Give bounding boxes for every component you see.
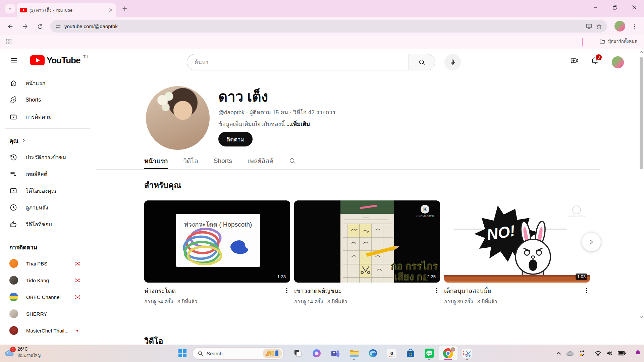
site-settings-icon[interactable] [55,23,61,29]
url-text[interactable]: youtube.com/@daoptbk [64,23,582,29]
video-thumbnail[interactable]: KINEMASTER NO! [444,200,590,283]
all-bookmarks-button[interactable]: บุ๊กมาร์กทั้งหมด [599,38,637,45]
sync-update-icon[interactable] [578,350,586,357]
subscription-masterchef[interactable]: MasterChef Thail... [0,322,96,339]
video-menu-kebab-icon[interactable] [283,287,290,294]
sidebar-item-shorts[interactable]: Shorts [0,92,96,108]
new-tab-button[interactable] [121,5,129,13]
notification-bell-icon[interactable] [635,350,641,357]
snipping-tool-button[interactable] [458,346,476,360]
amazon-button[interactable]: a [382,346,401,360]
live-icon [75,278,80,283]
description-text: ข้อมูลเพิ่มเติมเกียวกับช่องนี้ [218,121,286,127]
address-bar[interactable]: youtube.com/@daoptbk [50,20,607,33]
tab-search-chevron-icon[interactable] [5,4,15,13]
bookmark-star-icon[interactable] [596,23,602,30]
sidebar-item-you[interactable]: คุณ [0,132,96,149]
browser-menu-kebab-icon[interactable] [629,21,639,32]
channel-search-icon[interactable] [289,157,296,165]
search-input[interactable] [187,54,409,70]
page-scrollbar[interactable] [639,49,644,321]
search-button[interactable] [409,54,435,70]
all-bookmarks-label: บุ๊กมาร์กทั้งหมด [608,38,637,45]
sidebar-item-liked-videos[interactable]: วิดีโอที่ชอบ [0,216,96,233]
video-title[interactable]: เด็กอนุบาลสอบมั้ย [444,287,583,295]
volume-icon[interactable] [606,350,613,357]
subscription-tido-kang[interactable]: Tido Kang [0,272,96,289]
restore-button[interactable] [605,0,625,15]
video-title[interactable]: เขาวงกตพยัญชนะ [294,287,433,295]
onedrive-icon[interactable] [566,350,574,356]
sidebar-item-label: เพลย์ลิสต์ [25,170,47,178]
create-video-icon[interactable] [570,56,579,65]
teams-button[interactable]: T [326,346,345,360]
sidebar-item-playlists[interactable]: เพลย์ลิสต์ [0,166,96,182]
video-title[interactable]: ห่วงกระโดด [144,287,283,295]
tab-close-icon[interactable] [109,8,113,12]
weather-widget[interactable]: 1 26°C มีเมฆส่วนใหญ่ [4,346,41,358]
browser-tab-strip: (3) ดาว เต็ง - YouTube [0,0,644,17]
tab-shorts[interactable]: Shorts [214,153,232,169]
video-menu-kebab-icon[interactable] [433,287,440,294]
scroll-down-icon[interactable] [639,315,643,319]
scrollbar-thumb[interactable] [640,57,643,169]
video-thumbnail[interactable]: K KINEMASTER กอ กรรไกร เสียง กอ 2:25 [294,200,440,283]
taskbar-search[interactable]: Search [193,347,284,360]
sidebar-item-watch-later[interactable]: ดูภายหลัง [0,199,96,216]
reload-button[interactable] [35,21,45,32]
sidebar-item-subscriptions[interactable]: การติดตาม [0,108,96,125]
video-menu-kebab-icon[interactable] [583,287,590,294]
youtube-play-icon [30,55,45,65]
more-link[interactable]: ...เพิ่มเติม [286,121,310,127]
battery-icon[interactable] [618,351,626,356]
close-window-button[interactable] [625,0,644,15]
file-explorer-button[interactable] [345,346,364,360]
tab-home[interactable]: หน้าแรก [144,153,168,169]
notification-count-badge: 3 [596,54,602,60]
line-button[interactable]: LINE [420,346,439,360]
subscription-sherry[interactable]: SHERRY [0,305,96,322]
apps-grid-icon[interactable] [5,38,12,45]
user-avatar[interactable] [612,56,624,68]
search-highlight-image[interactable] [263,349,282,358]
browser-tab[interactable]: (3) ดาว เต็ง - YouTube [17,3,116,17]
subscription-obec-channel[interactable]: OBEC Channel [0,289,96,305]
video-thumbnail[interactable]: ห่วงกระโดด ( Hopscoth) 1:28 [144,200,290,283]
running-indicator [353,359,355,360]
browser-profile-avatar[interactable] [614,21,625,32]
channel-profile-avatar [146,86,210,150]
carousel-next-button[interactable] [582,233,601,251]
youtube-header: YouTube TH 3 [0,49,644,72]
subscribe-button[interactable]: ติดตาม [218,132,253,146]
voice-search-mic-icon[interactable] [444,54,461,70]
windows-taskbar: 1 26°C มีเมฆส่วนใหญ่ Search T [0,345,644,362]
subscription-thai-pbs[interactable]: Thai PBS [0,255,96,272]
thumb-caption-line2: เสียง กอ [394,272,428,282]
task-view-button[interactable] [288,346,307,360]
video-duration: 1:03 [576,274,587,280]
minimize-button[interactable] [586,0,605,15]
forward-button[interactable] [20,21,30,32]
install-icon[interactable] [586,23,592,30]
tab-playlists[interactable]: เพลย์ลิสต์ [248,153,273,169]
sidebar-item-your-videos[interactable]: วิดีโอของคุณ [0,182,96,199]
scroll-up-icon[interactable] [639,50,643,54]
start-button[interactable] [178,349,187,358]
hamburger-menu-icon[interactable] [10,56,18,64]
notifications-bell-icon[interactable]: 3 [590,56,599,65]
taskbar-search-label: Search [207,351,259,356]
wifi-icon[interactable] [594,350,602,356]
copilot-button[interactable] [307,346,326,360]
back-button[interactable] [5,21,15,32]
sidebar-item-home[interactable]: หน้าแรก [0,75,96,92]
taskbar-search-icon [198,351,203,356]
live-icon [75,295,80,299]
hidden-icons-chevron[interactable] [556,351,561,356]
subscription-name: OBEC Channel [26,294,61,300]
youtube-logo[interactable]: YouTube TH [30,55,88,66]
tab-videos[interactable]: วิดีโอ [183,153,198,169]
microsoft-store-button[interactable] [401,346,420,360]
chrome-button[interactable] [439,346,458,360]
sidebar-item-history[interactable]: ประวัติการเข้าชม [0,149,96,166]
edge-button[interactable] [364,346,382,360]
